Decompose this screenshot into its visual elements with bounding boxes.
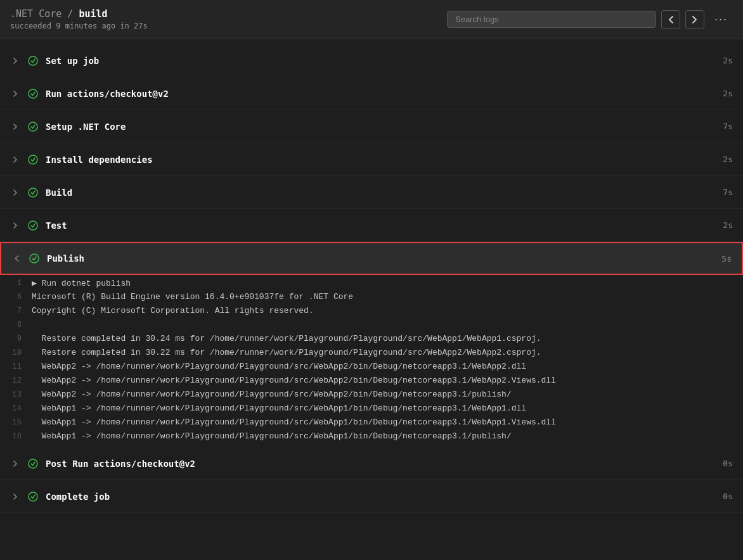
log-line-content: WebApp1 -> /home/runner/work/Playground/… [32, 431, 733, 441]
job-list: Set up job 2s Run actions/checkout@v2 2s… [0, 44, 743, 513]
svg-point-5 [29, 221, 37, 230]
next-button[interactable] [685, 10, 704, 29]
chevron-icon [10, 155, 20, 165]
job-duration: 2s [723, 89, 733, 98]
log-line-number: 8 [0, 320, 32, 329]
chevron-icon [10, 220, 20, 231]
job-name: Complete job [46, 492, 723, 502]
job-row-test[interactable]: Test 2s [0, 209, 743, 242]
check-icon [27, 490, 39, 503]
chevron-down-icon [11, 253, 22, 264]
job-row-install-deps[interactable]: Install dependencies 2s [0, 143, 743, 176]
log-line: 10 Restore completed in 30.22 ms for /ho… [0, 347, 743, 361]
chevron-icon [10, 89, 20, 99]
prev-button[interactable] [661, 10, 680, 29]
log-line-number: 16 [0, 431, 32, 441]
svg-point-6 [30, 254, 39, 263]
breadcrumb-parent: .NET Core / [10, 8, 73, 20]
svg-point-0 [29, 56, 37, 65]
job-duration: 5s [721, 254, 732, 264]
job-row-publish[interactable]: Publish 5s [0, 242, 743, 275]
log-line: 7 Copyright (C) Microsoft Corporation. A… [0, 305, 743, 319]
check-icon [27, 186, 39, 199]
chevron-icon [10, 122, 20, 132]
svg-point-2 [29, 122, 37, 131]
chevron-icon [10, 56, 20, 66]
log-line: 9 Restore completed in 30.24 ms for /hom… [0, 333, 743, 347]
job-name: Test [46, 220, 723, 231]
log-line-number: 6 [0, 292, 32, 302]
spacer [0, 39, 743, 44]
log-line-content: Restore completed in 30.24 ms for /home/… [32, 334, 733, 343]
log-line-content: WebApp1 -> /home/runner/work/Playground/… [32, 404, 733, 413]
log-line: 16 WebApp1 -> /home/runner/work/Playgrou… [0, 431, 743, 445]
job-name: Set up job [46, 56, 723, 66]
job-name: Build [46, 188, 723, 198]
log-line-number: 12 [0, 376, 32, 385]
job-name: Install dependencies [46, 155, 723, 165]
breadcrumb: .NET Core / build [10, 8, 148, 20]
log-line-content: WebApp1 -> /home/runner/work/Playground/… [32, 417, 733, 427]
log-line: 13 WebApp2 -> /home/runner/work/Playgrou… [0, 389, 743, 403]
log-line: 1 ▶ Run dotnet publish [0, 277, 743, 291]
job-row-checkout[interactable]: Run actions/checkout@v2 2s [0, 77, 743, 110]
log-line: 6 Microsoft (R) Build Engine version 16.… [0, 291, 743, 305]
chevron-icon [10, 459, 20, 469]
log-line-content [32, 320, 733, 329]
check-icon [27, 54, 39, 67]
check-icon [27, 120, 39, 133]
log-line-content: WebApp2 -> /home/runner/work/Playground/… [32, 390, 733, 399]
svg-point-1 [29, 89, 37, 98]
job-duration: 0s [723, 492, 733, 501]
job-name: Post Run actions/checkout@v2 [46, 459, 723, 469]
check-icon [27, 87, 39, 100]
breadcrumb-current: build [79, 8, 107, 20]
log-line-number: 10 [0, 348, 32, 357]
log-line-number: 14 [0, 404, 32, 413]
header: .NET Core / build succeeded 9 minutes ag… [0, 0, 743, 39]
job-row-complete[interactable]: Complete job 0s [0, 480, 743, 513]
build-status: succeeded 9 minutes ago in 27s [10, 22, 148, 30]
log-line: 11 WebApp2 -> /home/runner/work/Playgrou… [0, 361, 743, 375]
job-duration: 0s [723, 459, 733, 468]
log-line-content: Restore completed in 30.22 ms for /home/… [32, 348, 733, 357]
search-input[interactable] [447, 11, 656, 28]
header-actions: ··· [447, 10, 733, 29]
log-line-number: 15 [0, 417, 32, 427]
check-icon [27, 153, 39, 166]
job-duration: 2s [723, 220, 733, 230]
log-line-number: 11 [0, 362, 32, 371]
job-row-setup-job[interactable]: Set up job 2s [0, 44, 743, 77]
job-name: Publish [47, 253, 721, 264]
job-duration: 2s [723, 155, 733, 164]
log-line-number: 7 [0, 306, 32, 315]
check-icon [27, 219, 39, 232]
check-icon [28, 252, 41, 265]
more-options-button[interactable]: ··· [709, 10, 733, 29]
job-duration: 7s [723, 122, 733, 131]
log-line: 15 WebApp1 -> /home/runner/work/Playgrou… [0, 417, 743, 431]
chevron-right-icon [692, 15, 698, 24]
check-icon [27, 457, 39, 470]
svg-point-7 [29, 459, 37, 468]
log-line-number: 1 [0, 278, 32, 288]
job-row-build[interactable]: Build 7s [0, 176, 743, 209]
job-duration: 2s [723, 56, 733, 65]
svg-point-4 [29, 188, 37, 197]
chevron-left-icon [668, 15, 674, 24]
job-row-dotnet-core[interactable]: Setup .NET Core 7s [0, 110, 743, 143]
log-line-number: 13 [0, 390, 32, 399]
log-line-content: ▶ Run dotnet publish [32, 278, 733, 288]
log-line: 12 WebApp2 -> /home/runner/work/Playgrou… [0, 375, 743, 389]
log-line-content: Copyright (C) Microsoft Corporation. All… [32, 306, 733, 315]
job-name: Run actions/checkout@v2 [46, 89, 723, 99]
svg-point-8 [29, 492, 37, 501]
log-line-content: WebApp2 -> /home/runner/work/Playground/… [32, 362, 733, 371]
header-left: .NET Core / build succeeded 9 minutes ag… [10, 8, 148, 30]
job-duration: 7s [723, 188, 733, 197]
job-row-post-checkout[interactable]: Post Run actions/checkout@v2 0s [0, 447, 743, 480]
log-output: 1 ▶ Run dotnet publish 6 Microsoft (R) B… [0, 275, 743, 447]
log-line-content: WebApp2 -> /home/runner/work/Playground/… [32, 376, 733, 385]
log-line-content: Microsoft (R) Build Engine version 16.4.… [32, 292, 733, 302]
chevron-icon [10, 188, 20, 198]
